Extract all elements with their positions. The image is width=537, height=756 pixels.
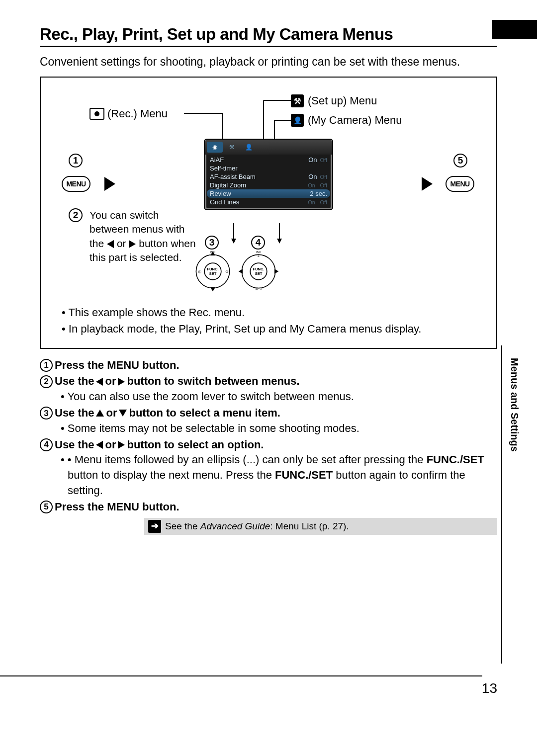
lcd-row: Grid LinesOn Off <box>205 198 332 206</box>
mycamera-menu-text: (My Camera) Menu <box>308 114 402 127</box>
step-3-b: or <box>106 406 117 421</box>
lcd-rows: AiAF OnOffSelf-timer AF-assist Beam OnOf… <box>205 155 332 209</box>
instruction-steps: 1 Press the MENU button. 2 Use the or bu… <box>40 358 497 535</box>
step-marker-4: 4 <box>251 236 265 250</box>
tools-icon: ⚒ <box>291 94 304 107</box>
step-4-c: button to select an option. <box>127 437 264 453</box>
step-marker-5: 5 <box>453 154 467 168</box>
person-gear-icon: 👤 <box>291 114 304 127</box>
lcd-tab-row: ◉ ⚒ 👤 <box>205 140 332 155</box>
arrow-right-icon <box>104 177 115 191</box>
side-rule <box>501 345 502 664</box>
arrow-right-icon <box>129 240 136 248</box>
lcd-row: AiAF OnOff <box>205 156 332 164</box>
step-marker-3: 3 <box>205 236 219 250</box>
step-2-b: or <box>105 374 116 389</box>
svg-text:✿: ✿ <box>225 269 229 274</box>
diagram-notes-list: This example shows the Rec. menu. In pla… <box>55 305 482 337</box>
arrow-left-icon <box>96 441 103 449</box>
svg-marker-24 <box>239 269 243 274</box>
svg-text:SET: SET <box>255 271 263 276</box>
diagram-box: (Rec.) Menu ⚒ (Set up) Menu 👤 (My Camera… <box>40 77 497 349</box>
rec-menu-text: (Rec.) Menu <box>107 107 168 120</box>
step-3-a: Use the <box>55 406 94 421</box>
mycamera-menu-label: 👤 (My Camera) Menu <box>291 114 402 127</box>
camera-rec-icon <box>90 108 104 120</box>
svg-text:SET: SET <box>209 271 217 276</box>
step-num-5: 5 <box>40 501 53 513</box>
step-5-text: Press the MENU button. <box>55 500 179 515</box>
menu-button-right: MENU <box>446 176 474 192</box>
switch-menus-note: You can switch between menus with the or… <box>90 208 199 264</box>
step-2-sub: You can also use the zoom lever to switc… <box>40 389 497 405</box>
lcd-row: Review 2 sec. <box>207 189 330 198</box>
advnote-c: : Menu List (p. 27). <box>270 521 349 531</box>
s4d: FUNC./SET <box>275 469 333 481</box>
svg-marker-9 <box>277 239 282 244</box>
svg-text:ISO: ISO <box>256 251 262 253</box>
footer-rule <box>0 675 482 676</box>
svg-text:◐: ◐ <box>198 269 201 274</box>
arrow-down-icon <box>119 410 127 417</box>
step-num-4: 4 <box>40 438 53 451</box>
step-num-2: 2 <box>40 375 53 388</box>
s4a: Menu items followed by an ellipsis (...)… <box>75 453 427 466</box>
advnote-a: See the <box>165 521 200 531</box>
step-num-3: 3 <box>40 407 53 420</box>
step-2-a: Use the <box>55 374 94 389</box>
svg-marker-25 <box>274 269 278 274</box>
diagram-note-1: This example shows the Rec. menu. <box>62 305 482 321</box>
diagram-note-2: In playback mode, the Play, Print, Set u… <box>62 322 482 337</box>
switch-text-or: or <box>117 238 126 249</box>
rec-menu-label: (Rec.) Menu <box>90 107 168 120</box>
intro-text: Convenient settings for shooting, playba… <box>40 54 497 70</box>
lcd-row: Digital ZoomOn Off <box>205 181 332 189</box>
svg-marker-7 <box>231 239 236 244</box>
step-4-sub: • Menu items followed by an ellipsis (..… <box>40 452 497 498</box>
step-3-sub: Some items may not be selectable in some… <box>40 421 497 436</box>
s4c: button to display the next menu. Press t… <box>68 469 275 481</box>
lcd-tab-rec-icon: ◉ <box>207 142 223 153</box>
step-1-text: Press the MENU button. <box>55 358 179 373</box>
switch-text-b: button when this part is selected. <box>90 238 196 263</box>
menu-button-left: MENU <box>62 176 90 192</box>
arrow-left-icon <box>96 378 103 386</box>
step-3-c: button to select a menu item. <box>129 406 280 421</box>
lcd-row: AF-assist Beam OnOff <box>205 172 332 181</box>
svg-marker-16 <box>210 287 215 291</box>
func-set-dial-horizontal: FUNC. SET ISO ▲ ▣ ⊘ <box>238 251 279 292</box>
advanced-guide-note: ➔ See the Advanced Guide: Menu List (p. … <box>144 518 497 535</box>
svg-text:▣ ⊘: ▣ ⊘ <box>255 287 263 290</box>
arrow-left-icon <box>107 240 114 248</box>
step-num-1: 1 <box>40 359 53 372</box>
step-marker-1: 1 <box>69 154 83 168</box>
arrow-box-icon: ➔ <box>148 520 161 533</box>
step-marker-2: 2 <box>69 208 83 222</box>
step-4-a: Use the <box>55 437 94 453</box>
setup-menu-label: ⚒ (Set up) Menu <box>291 94 377 107</box>
step-4-b: or <box>105 437 116 453</box>
setup-menu-text: (Set up) Menu <box>308 94 377 107</box>
section-side-label: Menus and Settings <box>509 358 520 452</box>
arrow-right-icon <box>422 177 433 191</box>
func-set-dial-vertical: FUNC. SET ISO ◐ ✿ <box>192 251 234 292</box>
camera-lcd: ◉ ⚒ 👤 AiAF OnOffSelf-timer AF-assist Bea… <box>204 139 333 210</box>
svg-text:▲: ▲ <box>257 254 261 257</box>
lcd-row: Self-timer <box>205 164 332 172</box>
arrow-up-icon <box>96 410 104 417</box>
diagram-area: (Rec.) Menu ⚒ (Set up) Menu 👤 (My Camera… <box>55 86 482 300</box>
page-number: 13 <box>482 680 497 696</box>
arrow-right-icon <box>118 378 125 386</box>
lcd-tab-mycam-icon: 👤 <box>241 142 257 153</box>
page-title: Rec., Play, Print, Set up and My Camera … <box>40 25 497 47</box>
s4b: FUNC./SET <box>427 453 484 466</box>
step-2-c: button to switch between menus. <box>127 374 299 389</box>
advnote-b: Advanced Guide <box>200 521 270 531</box>
arrow-right-icon <box>118 441 125 449</box>
lcd-tab-setup-icon: ⚒ <box>224 142 240 153</box>
